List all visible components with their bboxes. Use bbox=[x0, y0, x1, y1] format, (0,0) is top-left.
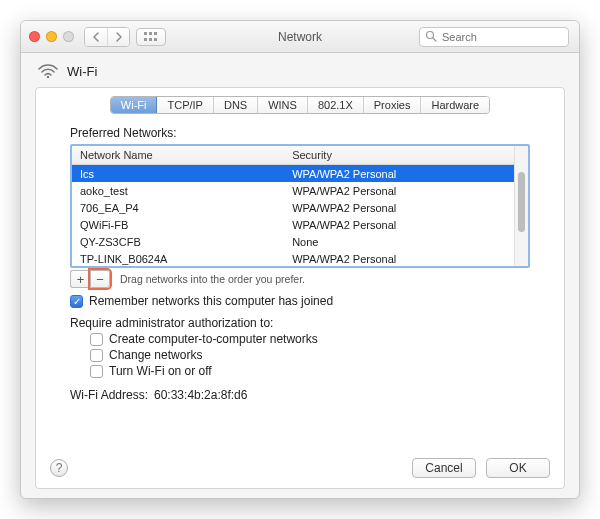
tab-tcpip[interactable]: TCP/IP bbox=[157, 97, 213, 113]
header-row: Wi-Fi bbox=[21, 53, 579, 87]
zoom-window-button[interactable] bbox=[63, 31, 74, 42]
admin-change-networks-checkbox[interactable] bbox=[90, 349, 103, 362]
close-window-button[interactable] bbox=[29, 31, 40, 42]
remove-network-button[interactable]: − bbox=[90, 270, 110, 288]
wifi-icon bbox=[37, 63, 59, 79]
admin-create-adhoc-label: Create computer-to-computer networks bbox=[109, 332, 318, 346]
forward-button[interactable] bbox=[107, 28, 129, 46]
table-row[interactable]: 706_EA_P4 WPA/WPA2 Personal bbox=[72, 199, 514, 216]
back-button[interactable] bbox=[85, 28, 107, 46]
preferred-networks-label: Preferred Networks: bbox=[70, 126, 530, 140]
admin-toggle-wifi-label: Turn Wi-Fi on or off bbox=[109, 364, 212, 378]
table-row[interactable]: QY-ZS3CFB None bbox=[72, 233, 514, 250]
table-header: Network Name Security bbox=[72, 146, 514, 165]
svg-rect-1 bbox=[149, 32, 152, 35]
tab-8021x[interactable]: 802.1X bbox=[308, 97, 364, 113]
table-row[interactable]: QWiFi-FB WPA/WPA2 Personal bbox=[72, 216, 514, 233]
advanced-sheet: Wi-Fi TCP/IP DNS WINS 802.1X Proxies Har… bbox=[35, 87, 565, 489]
svg-point-8 bbox=[47, 76, 49, 78]
add-network-button[interactable]: + bbox=[70, 270, 90, 288]
search-input[interactable] bbox=[419, 27, 569, 47]
drag-hint-label: Drag networks into the order you prefer. bbox=[120, 273, 305, 285]
svg-rect-2 bbox=[154, 32, 157, 35]
scrollbar-thumb[interactable] bbox=[518, 172, 525, 232]
show-all-prefs-button[interactable] bbox=[136, 28, 166, 46]
tab-hardware[interactable]: Hardware bbox=[421, 97, 489, 113]
preferred-networks-table[interactable]: Network Name Security Ics WPA/WPA2 Perso… bbox=[70, 144, 530, 268]
titlebar: Network bbox=[21, 21, 579, 53]
tab-wifi[interactable]: Wi-Fi bbox=[111, 97, 158, 113]
tab-dns[interactable]: DNS bbox=[214, 97, 258, 113]
svg-rect-4 bbox=[149, 38, 152, 41]
admin-auth-label: Require administrator authorization to: bbox=[70, 316, 530, 330]
tab-bar: Wi-Fi TCP/IP DNS WINS 802.1X Proxies Har… bbox=[110, 96, 490, 114]
window-controls bbox=[29, 31, 74, 42]
minimize-window-button[interactable] bbox=[46, 31, 57, 42]
wifi-address-value: 60:33:4b:2a:8f:d6 bbox=[154, 388, 247, 402]
admin-create-adhoc-checkbox[interactable] bbox=[90, 333, 103, 346]
remember-networks-label: Remember networks this computer has join… bbox=[89, 294, 333, 308]
column-network-name[interactable]: Network Name bbox=[72, 146, 284, 164]
scrollbar[interactable] bbox=[514, 146, 528, 266]
wifi-address-label: Wi-Fi Address: bbox=[70, 388, 148, 402]
column-security[interactable]: Security bbox=[284, 146, 514, 164]
interface-label: Wi-Fi bbox=[67, 64, 97, 79]
nav-back-forward bbox=[84, 27, 130, 47]
window-network-advanced: Network Wi-Fi Wi-Fi TCP/IP DNS WINS 802.… bbox=[20, 20, 580, 499]
tab-wins[interactable]: WINS bbox=[258, 97, 308, 113]
table-row[interactable]: aoko_test WPA/WPA2 Personal bbox=[72, 182, 514, 199]
admin-change-networks-label: Change networks bbox=[109, 348, 202, 362]
svg-rect-0 bbox=[144, 32, 147, 35]
svg-rect-5 bbox=[154, 38, 157, 41]
ok-button[interactable]: OK bbox=[486, 458, 550, 478]
tab-proxies[interactable]: Proxies bbox=[364, 97, 422, 113]
admin-toggle-wifi-checkbox[interactable] bbox=[90, 365, 103, 378]
cancel-button[interactable]: Cancel bbox=[412, 458, 476, 478]
table-row[interactable]: Ics WPA/WPA2 Personal bbox=[72, 165, 514, 182]
table-row[interactable]: TP-LINK_B0624A WPA/WPA2 Personal bbox=[72, 250, 514, 266]
svg-rect-3 bbox=[144, 38, 147, 41]
remember-networks-checkbox[interactable]: ✓ bbox=[70, 295, 83, 308]
help-button[interactable]: ? bbox=[50, 459, 68, 477]
